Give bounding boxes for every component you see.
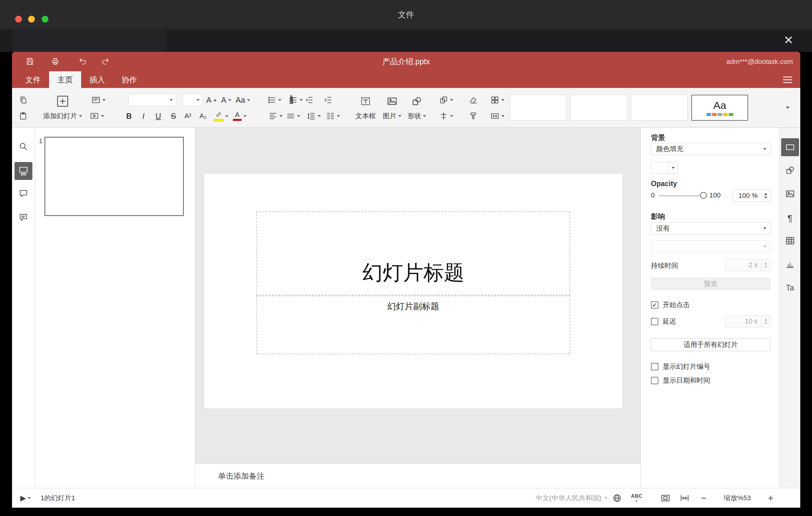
bold-button[interactable]: B xyxy=(126,112,132,121)
notes-area[interactable]: 单击添加备注 xyxy=(195,463,640,488)
decrease-font-button[interactable]: A xyxy=(221,96,231,105)
zoom-in-button[interactable]: + xyxy=(768,492,774,504)
start-slideshow-button[interactable] xyxy=(90,111,104,121)
presentation-editor: 产品介绍.pptx adm***@dootask.com 文件 主页 插入 协作… xyxy=(12,52,800,508)
add-slide-icon[interactable] xyxy=(56,94,69,108)
start-slideshow-status-button[interactable]: ▶ xyxy=(20,494,31,503)
search-icon[interactable] xyxy=(19,142,28,153)
delay-input[interactable]: 10 s xyxy=(725,315,770,327)
slide-settings-icon[interactable] xyxy=(781,138,799,156)
opacity-slider-knob[interactable] xyxy=(700,192,707,199)
tab-collaboration[interactable]: 协作 xyxy=(113,71,145,88)
delay-checkbox[interactable] xyxy=(651,318,658,325)
subscript-button[interactable]: A₂ xyxy=(199,112,206,120)
zoom-out-button[interactable]: − xyxy=(701,492,707,504)
theme-gallery-expand-button[interactable] xyxy=(786,107,789,109)
set-language-icon[interactable] xyxy=(612,493,622,503)
horizontal-align-button[interactable] xyxy=(268,111,283,121)
font-color-button[interactable]: A xyxy=(233,111,246,121)
comments-icon[interactable] xyxy=(19,189,28,200)
superscript-button[interactable]: A² xyxy=(184,112,191,120)
show-slide-number-label: 显示幻灯片编号 xyxy=(663,362,710,371)
shape-button[interactable]: 形状 xyxy=(408,111,426,121)
table-settings-icon[interactable] xyxy=(785,236,795,247)
vertical-align-button[interactable] xyxy=(286,111,300,121)
increase-font-button[interactable]: A xyxy=(206,96,216,105)
numbering-button[interactable] xyxy=(288,95,303,105)
clear-style-icon[interactable] xyxy=(469,95,478,105)
fill-color-swatch[interactable] xyxy=(651,162,678,174)
theme-thumbnail[interactable] xyxy=(571,95,627,121)
slide-size-button[interactable] xyxy=(490,111,504,121)
underline-button[interactable]: U xyxy=(155,112,161,121)
menu-icon[interactable] xyxy=(783,77,792,83)
slide-canvas[interactable]: 幻灯片标题 幻灯片副标题 xyxy=(204,173,622,409)
fill-type-value: 颜色填充 xyxy=(656,145,683,153)
slide-layout-button[interactable] xyxy=(91,95,106,105)
textbox-button[interactable]: 文本框 xyxy=(355,111,376,121)
tab-file[interactable]: 文件 xyxy=(17,71,49,88)
arrange-shapes-button[interactable] xyxy=(439,95,453,105)
subtitle-placeholder[interactable]: 幻灯片副标题 xyxy=(256,296,570,354)
paragraph-settings-icon[interactable]: ¶ xyxy=(787,213,792,224)
close-icon[interactable]: ✕ xyxy=(782,33,795,47)
theme-thumbnail-selected[interactable]: Aa xyxy=(691,95,748,121)
title-placeholder[interactable]: 幻灯片标题 xyxy=(256,211,570,295)
columns-button[interactable] xyxy=(326,111,340,121)
tab-home[interactable]: 主页 xyxy=(49,71,81,88)
fill-type-select[interactable]: 颜色填充 xyxy=(651,143,770,155)
color-scheme-button[interactable] xyxy=(490,95,504,105)
show-date-time-checkbox[interactable] xyxy=(651,377,658,384)
opacity-value-input[interactable]: 100 % xyxy=(732,190,770,202)
italic-button[interactable]: I xyxy=(143,112,145,121)
slide-editing-area[interactable]: 幻灯片标题 幻灯片副标题 xyxy=(195,128,640,463)
shape-icon[interactable] xyxy=(411,96,422,107)
fit-width-icon[interactable] xyxy=(679,493,690,503)
fit-slide-icon[interactable] xyxy=(660,493,671,503)
theme-thumbnail[interactable] xyxy=(510,95,567,121)
chart-settings-icon[interactable] xyxy=(785,259,795,270)
shape-settings-icon[interactable] xyxy=(785,165,795,176)
add-slide-button[interactable]: 添加幻灯片 xyxy=(43,111,82,121)
chevron-down-icon xyxy=(101,115,104,117)
slide-thumbnail-1[interactable] xyxy=(45,137,184,216)
textart-settings-icon[interactable]: Ta xyxy=(786,283,794,292)
spinner-arrows[interactable] xyxy=(761,190,770,202)
decrease-indent-icon[interactable] xyxy=(304,95,314,105)
preview-button[interactable]: 预览 xyxy=(651,278,770,290)
font-size-select[interactable] xyxy=(182,94,203,106)
language-selector[interactable]: 中文(中华人民共和国) xyxy=(506,488,607,508)
apply-to-all-slides-button[interactable]: 适用于所有幻灯片 xyxy=(651,338,770,351)
theme-thumbnail[interactable] xyxy=(631,95,688,121)
strikeout-button[interactable]: S xyxy=(171,112,176,121)
copy-style-icon[interactable] xyxy=(469,111,478,121)
slides-panel-icon[interactable] xyxy=(14,162,32,180)
spinner-arrows[interactable] xyxy=(761,315,770,327)
show-slide-number-checkbox[interactable] xyxy=(651,363,658,370)
tab-insert[interactable]: 插入 xyxy=(81,71,113,88)
spinner-arrows[interactable] xyxy=(761,259,770,271)
image-icon[interactable] xyxy=(386,96,398,107)
increase-indent-icon[interactable] xyxy=(323,95,332,105)
zoom-level[interactable]: 缩放%53 xyxy=(716,488,759,508)
line-spacing-button[interactable] xyxy=(307,111,321,121)
underline-label: U xyxy=(155,112,161,121)
effect-select[interactable]: 没有 xyxy=(651,222,770,234)
spellcheck-icon[interactable]: ABC✓ xyxy=(631,494,643,503)
copy-icon[interactable] xyxy=(19,95,28,105)
font-name-select[interactable] xyxy=(128,94,176,106)
align-shapes-button[interactable] xyxy=(439,111,453,121)
image-button[interactable]: 图片 xyxy=(383,111,401,121)
image-settings-icon[interactable] xyxy=(785,189,795,200)
duration-input[interactable]: 2 s xyxy=(725,259,770,271)
textart-glyph: Ta xyxy=(786,283,794,292)
bullets-button[interactable] xyxy=(267,95,281,105)
chat-icon[interactable] xyxy=(19,212,28,224)
paste-icon[interactable] xyxy=(19,111,28,121)
textbox-icon[interactable] xyxy=(360,96,371,107)
highlight-color-button[interactable] xyxy=(214,111,228,122)
change-case-button[interactable]: Aa xyxy=(236,96,250,105)
superscript-label: A² xyxy=(184,112,191,120)
effect-variant-select[interactable] xyxy=(651,240,770,253)
start-on-click-checkbox[interactable]: ✓ xyxy=(651,301,658,309)
